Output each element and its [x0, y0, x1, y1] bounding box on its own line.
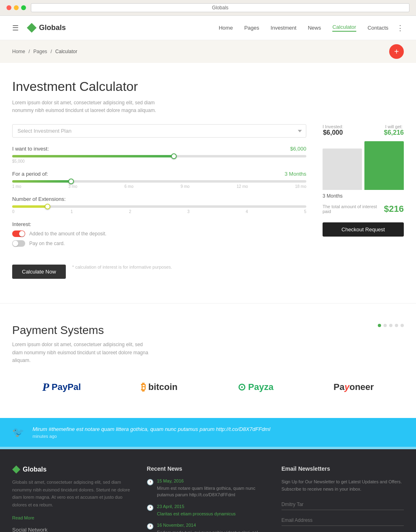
extensions-slider-container: 0 1 2 3 4 5 [12, 205, 306, 214]
nav-links: Home Pages Investment News Calculator Co… [219, 24, 388, 32]
result-chart [323, 141, 404, 190]
fab-add-button[interactable]: + [389, 44, 404, 59]
footer-read-more[interactable]: Read More [12, 515, 34, 520]
investment-plan-select[interactable]: Select Investment Plan [12, 124, 306, 138]
result-total-value: $216 [384, 204, 404, 214]
payoneer-logo: Payoneer [334, 382, 374, 392]
nav-logo[interactable]: Globals [27, 23, 66, 33]
payment-header: Payment Systems Lorem ipsum dolor sit am… [12, 324, 404, 381]
dot-5[interactable] [401, 324, 404, 327]
chart-bar-return [364, 141, 404, 190]
extensions-slider-labels: 0 1 2 3 4 5 [12, 209, 306, 214]
payza-logo: ⊙ Payza [238, 381, 273, 393]
interest-option-1: Added to the amount of the deposit. [12, 230, 306, 237]
calc-title: Investment Calculator [12, 79, 404, 94]
get-label: I will get: [384, 124, 404, 129]
result-get: I will get: $6,216 [384, 124, 404, 136]
nav-calculator[interactable]: Calculator [332, 24, 356, 32]
dot-1[interactable] [378, 324, 381, 327]
period-row: For a period of: 3 Months 1 mo 3 mo 6 mo [12, 171, 306, 189]
invest-label-row: I want to invest: $6,000 [12, 146, 306, 152]
period-tick-5: 18 mo [295, 184, 306, 189]
bitcoin-logo: ₿ bitcoin [141, 381, 178, 393]
ext-tick-1: 1 [71, 209, 73, 214]
period-value: 3 Months [285, 171, 306, 177]
news-text-1: Mirum est notare quam littera gothica, q… [157, 485, 269, 498]
payza-text: Payza [248, 382, 273, 392]
name-input[interactable] [282, 499, 404, 510]
period-label: For a period of: [12, 171, 48, 177]
nav-pages[interactable]: Pages [244, 25, 259, 31]
result-period: 3 Months [323, 193, 404, 199]
more-icon[interactable]: ⋮ [396, 24, 404, 32]
payment-header-text: Payment Systems Lorem ipsum dolor sit am… [12, 324, 154, 381]
browser-minimize-btn[interactable] [14, 5, 19, 10]
interest-label-2: Pay on the card. [29, 241, 65, 246]
period-slider-track [12, 180, 306, 183]
extensions-label-row: Number of Extensions: [12, 196, 306, 202]
breadcrumb-pages[interactable]: Pages [33, 49, 47, 54]
browser-maximize-btn[interactable] [21, 5, 26, 10]
ext-tick-2: 2 [129, 209, 131, 214]
extensions-slider-thumb[interactable] [45, 204, 50, 209]
url-bar[interactable]: Globals [31, 3, 410, 12]
nav-news[interactable]: News [308, 25, 321, 31]
period-tick-3: 9 mo [180, 184, 189, 189]
payment-title: Payment Systems [12, 324, 154, 337]
news-item-1: 🕐 15 May, 2016 Mirum est notare quam lit… [147, 478, 269, 498]
interest-label: Interest: [12, 221, 31, 227]
twitter-content: Mirum #themefine est notare quam littera… [32, 426, 270, 439]
invest-slider-labels: $5,000 [12, 159, 306, 164]
ext-tick-4: 4 [246, 209, 248, 214]
period-tick-4: 12 mo [237, 184, 248, 189]
calc-layout: Select Investment Plan I want to invest:… [12, 124, 404, 279]
footer-email-col: Email Newsletters Sign Up for Our Newsle… [282, 465, 404, 532]
news-text-2[interactable]: Claritas est etiam processus dynamicus [157, 510, 236, 517]
news-col-title: Recent News [147, 465, 269, 472]
interest-toggle-1[interactable] [12, 230, 25, 237]
period-tick-1: 3 mo [68, 184, 77, 189]
news-date-1: 15 May, 2016 [157, 478, 269, 483]
period-slider-labels: 1 mo 3 mo 6 mo 9 mo 12 mo 18 mo [12, 184, 306, 189]
period-slider-fill [12, 180, 71, 183]
news-date-2: 23 April, 2015 [157, 504, 236, 509]
invest-min-label: $5,000 [12, 159, 25, 164]
bitcoin-text: bitcoin [148, 382, 178, 392]
breadcrumb-home[interactable]: Home [12, 49, 25, 54]
ext-tick-0: 0 [12, 209, 15, 214]
news-clock-icon-2: 🕐 [147, 504, 154, 517]
browser-close-btn[interactable] [6, 5, 11, 10]
dot-3[interactable] [389, 324, 392, 327]
result-total-label: The total amount of interest paid [323, 204, 384, 214]
payza-icon: ⊙ [238, 381, 246, 393]
invest-row: I want to invest: $6,000 $5,000 [12, 146, 306, 164]
news-item-2: 🕐 23 April, 2015 Claritas est etiam proc… [147, 504, 269, 517]
nav-contacts[interactable]: Contacts [368, 25, 388, 31]
paypal-logo: P PayPal [42, 381, 81, 394]
interest-toggle-2[interactable] [12, 240, 25, 247]
dot-4[interactable] [395, 324, 398, 327]
nav-home[interactable]: Home [219, 25, 233, 31]
result-total-row: The total amount of interest paid $216 [323, 204, 404, 214]
footer-grid: Globals Globals sit amet, consectetuer a… [12, 465, 404, 532]
news-item-1-content: 15 May, 2016 Mirum est notare quam litte… [157, 478, 269, 498]
calculate-button[interactable]: Calculate Now [12, 265, 66, 279]
period-slider-thumb[interactable] [68, 179, 74, 184]
email-col-title: Email Newsletters [282, 465, 404, 472]
invest-slider-thumb[interactable] [171, 153, 177, 159]
logo-icon [27, 23, 37, 33]
checkout-button[interactable]: Checkout Request [323, 222, 404, 237]
dot-2[interactable] [384, 324, 387, 327]
period-slider-container: 1 mo 3 mo 6 mo 9 mo 12 mo 18 mo [12, 180, 306, 189]
twitter-icon: 🐦 [12, 426, 24, 438]
paypal-icon: P [42, 381, 49, 394]
footer-about-col: Globals Globals sit amet, consectetuer a… [12, 465, 134, 532]
email-input[interactable] [282, 515, 404, 526]
hamburger-icon[interactable]: ☰ [12, 24, 19, 32]
nav-investment[interactable]: Investment [271, 25, 297, 31]
invest-label: I want to invest: [12, 146, 49, 152]
get-value: $6,216 [384, 129, 404, 136]
interest-label-1: Added to the amount of the deposit. [29, 231, 106, 237]
invested-label: I Invested: [323, 124, 343, 129]
calculator-section: Investment Calculator Lorem ipsum dolor … [0, 63, 416, 303]
